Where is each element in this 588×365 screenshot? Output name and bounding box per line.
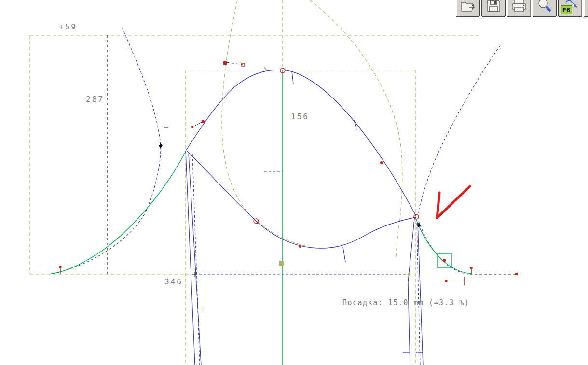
save-button[interactable]	[481, 0, 506, 17]
label-cap-height: 156	[291, 112, 309, 121]
label-top-offset: +59	[59, 22, 77, 31]
magnifier-icon	[536, 0, 553, 16]
reference-curves	[52, 28, 500, 365]
f6-move-point-button[interactable]: F6	[558, 0, 582, 17]
save-icon	[485, 0, 502, 16]
green-lines[interactable]	[51, 70, 472, 365]
open-button[interactable]	[456, 0, 480, 17]
zoom-button[interactable]	[533, 0, 557, 17]
guide-armhole-curves	[222, 0, 402, 257]
control-points[interactable]	[59, 61, 518, 276]
pattern-cad-window: F6	[0, 0, 588, 365]
print-button[interactable]	[507, 0, 531, 17]
printer-icon	[510, 0, 528, 16]
pattern-canvas[interactable]	[0, 0, 588, 365]
f6-badge: F6	[561, 5, 572, 14]
ease-status-text: Посадка: 15.0 mm (=3.3 %)	[342, 298, 469, 307]
label-side-height: 287	[86, 95, 104, 104]
guide-frame	[30, 0, 480, 365]
measure-segment	[445, 277, 465, 285]
red-check-annotation	[437, 186, 470, 218]
label-base-width: 346	[164, 277, 183, 286]
construction-lines	[107, 35, 516, 274]
toolbar: F6	[456, 0, 588, 17]
extra-tool-button[interactable]	[584, 0, 588, 17]
notch-ticks	[164, 68, 268, 277]
open-folder-icon	[459, 0, 477, 16]
